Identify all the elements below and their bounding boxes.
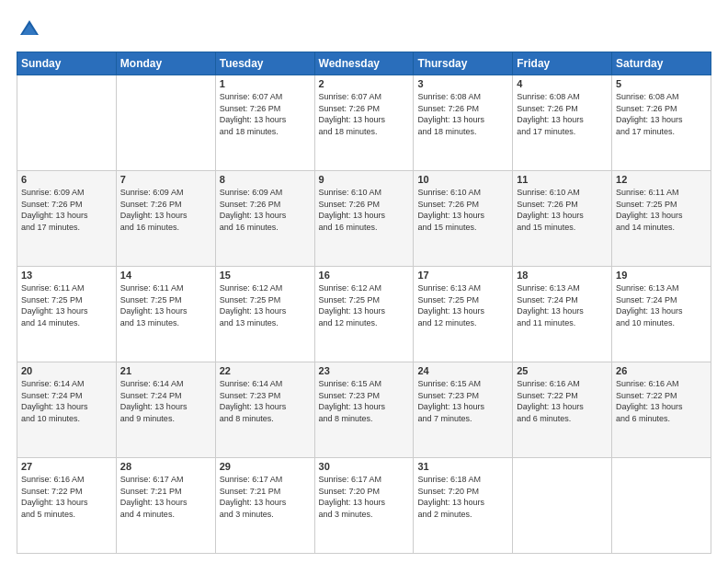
day-number: 28 bbox=[120, 461, 211, 472]
calendar-cell: 2Sunrise: 6:07 AM Sunset: 7:26 PM Daylig… bbox=[314, 75, 414, 171]
calendar-cell: 26Sunrise: 6:16 AM Sunset: 7:22 PM Dayli… bbox=[612, 362, 711, 458]
logo-icon bbox=[17, 17, 42, 42]
calendar-cell: 21Sunrise: 6:14 AM Sunset: 7:24 PM Dayli… bbox=[116, 362, 215, 458]
day-number: 6 bbox=[21, 174, 112, 185]
calendar-cell bbox=[513, 458, 612, 554]
day-info: Sunrise: 6:18 AM Sunset: 7:20 PM Dayligh… bbox=[417, 474, 508, 520]
day-info: Sunrise: 6:08 AM Sunset: 7:26 PM Dayligh… bbox=[417, 91, 508, 137]
day-number: 30 bbox=[319, 461, 410, 472]
day-info: Sunrise: 6:15 AM Sunset: 7:23 PM Dayligh… bbox=[417, 378, 508, 424]
day-number: 24 bbox=[417, 365, 508, 376]
calendar-cell: 3Sunrise: 6:08 AM Sunset: 7:26 PM Daylig… bbox=[414, 75, 513, 171]
calendar-cell: 24Sunrise: 6:15 AM Sunset: 7:23 PM Dayli… bbox=[414, 362, 513, 458]
weekday-header-friday: Friday bbox=[513, 52, 612, 75]
day-number: 12 bbox=[616, 174, 707, 185]
day-info: Sunrise: 6:16 AM Sunset: 7:22 PM Dayligh… bbox=[21, 474, 112, 520]
calendar-cell bbox=[612, 458, 711, 554]
calendar-cell bbox=[116, 75, 215, 171]
day-number: 18 bbox=[517, 270, 608, 281]
day-number: 8 bbox=[220, 174, 311, 185]
page: SundayMondayTuesdayWednesdayThursdayFrid… bbox=[0, 0, 728, 563]
day-number: 15 bbox=[220, 270, 311, 281]
day-info: Sunrise: 6:13 AM Sunset: 7:25 PM Dayligh… bbox=[417, 282, 508, 328]
day-info: Sunrise: 6:07 AM Sunset: 7:26 PM Dayligh… bbox=[319, 91, 410, 137]
calendar-cell: 16Sunrise: 6:12 AM Sunset: 7:25 PM Dayli… bbox=[314, 267, 414, 362]
day-number: 20 bbox=[21, 365, 112, 376]
calendar-cell: 12Sunrise: 6:11 AM Sunset: 7:25 PM Dayli… bbox=[612, 171, 711, 267]
day-info: Sunrise: 6:11 AM Sunset: 7:25 PM Dayligh… bbox=[120, 282, 211, 328]
day-info: Sunrise: 6:17 AM Sunset: 7:21 PM Dayligh… bbox=[220, 474, 311, 520]
calendar-cell: 6Sunrise: 6:09 AM Sunset: 7:26 PM Daylig… bbox=[17, 171, 117, 267]
day-number: 14 bbox=[120, 270, 211, 281]
day-info: Sunrise: 6:14 AM Sunset: 7:24 PM Dayligh… bbox=[120, 378, 211, 424]
day-number: 19 bbox=[616, 270, 707, 281]
calendar-cell bbox=[17, 75, 117, 171]
day-number: 10 bbox=[417, 174, 508, 185]
day-number: 7 bbox=[120, 174, 211, 185]
day-info: Sunrise: 6:17 AM Sunset: 7:21 PM Dayligh… bbox=[120, 474, 211, 520]
day-info: Sunrise: 6:10 AM Sunset: 7:26 PM Dayligh… bbox=[517, 187, 608, 233]
day-number: 1 bbox=[220, 78, 311, 89]
day-info: Sunrise: 6:08 AM Sunset: 7:26 PM Dayligh… bbox=[616, 91, 707, 137]
calendar-cell: 8Sunrise: 6:09 AM Sunset: 7:26 PM Daylig… bbox=[215, 171, 314, 267]
day-number: 3 bbox=[417, 78, 508, 89]
calendar-cell: 15Sunrise: 6:12 AM Sunset: 7:25 PM Dayli… bbox=[215, 267, 314, 362]
calendar-cell: 10Sunrise: 6:10 AM Sunset: 7:26 PM Dayli… bbox=[414, 171, 513, 267]
week-row-5: 27Sunrise: 6:16 AM Sunset: 7:22 PM Dayli… bbox=[17, 458, 711, 554]
weekday-header-monday: Monday bbox=[116, 52, 215, 75]
calendar-cell: 23Sunrise: 6:15 AM Sunset: 7:23 PM Dayli… bbox=[314, 362, 414, 458]
day-info: Sunrise: 6:16 AM Sunset: 7:22 PM Dayligh… bbox=[616, 378, 707, 424]
calendar-cell: 11Sunrise: 6:10 AM Sunset: 7:26 PM Dayli… bbox=[513, 171, 612, 267]
day-number: 16 bbox=[319, 270, 410, 281]
calendar-cell: 25Sunrise: 6:16 AM Sunset: 7:22 PM Dayli… bbox=[513, 362, 612, 458]
calendar-cell: 28Sunrise: 6:17 AM Sunset: 7:21 PM Dayli… bbox=[116, 458, 215, 554]
calendar-cell: 31Sunrise: 6:18 AM Sunset: 7:20 PM Dayli… bbox=[414, 458, 513, 554]
day-number: 11 bbox=[517, 174, 608, 185]
day-number: 29 bbox=[220, 461, 311, 472]
day-info: Sunrise: 6:13 AM Sunset: 7:24 PM Dayligh… bbox=[616, 282, 707, 328]
day-info: Sunrise: 6:09 AM Sunset: 7:26 PM Dayligh… bbox=[21, 187, 112, 233]
header bbox=[17, 17, 711, 42]
calendar-cell: 7Sunrise: 6:09 AM Sunset: 7:26 PM Daylig… bbox=[116, 171, 215, 267]
calendar-cell: 29Sunrise: 6:17 AM Sunset: 7:21 PM Dayli… bbox=[215, 458, 314, 554]
calendar-cell: 20Sunrise: 6:14 AM Sunset: 7:24 PM Dayli… bbox=[17, 362, 117, 458]
day-info: Sunrise: 6:14 AM Sunset: 7:24 PM Dayligh… bbox=[21, 378, 112, 424]
day-info: Sunrise: 6:10 AM Sunset: 7:26 PM Dayligh… bbox=[417, 187, 508, 233]
weekday-header-wednesday: Wednesday bbox=[314, 52, 414, 75]
day-number: 4 bbox=[517, 78, 608, 89]
day-number: 23 bbox=[319, 365, 410, 376]
day-info: Sunrise: 6:12 AM Sunset: 7:25 PM Dayligh… bbox=[220, 282, 311, 328]
day-number: 21 bbox=[120, 365, 211, 376]
week-row-3: 13Sunrise: 6:11 AM Sunset: 7:25 PM Dayli… bbox=[17, 267, 711, 362]
day-number: 27 bbox=[21, 461, 112, 472]
week-row-1: 1Sunrise: 6:07 AM Sunset: 7:26 PM Daylig… bbox=[17, 75, 711, 171]
day-number: 25 bbox=[517, 365, 608, 376]
day-number: 26 bbox=[616, 365, 707, 376]
day-info: Sunrise: 6:14 AM Sunset: 7:23 PM Dayligh… bbox=[220, 378, 311, 424]
calendar-cell: 5Sunrise: 6:08 AM Sunset: 7:26 PM Daylig… bbox=[612, 75, 711, 171]
day-number: 17 bbox=[417, 270, 508, 281]
calendar-cell: 17Sunrise: 6:13 AM Sunset: 7:25 PM Dayli… bbox=[414, 267, 513, 362]
calendar-table: SundayMondayTuesdayWednesdayThursdayFrid… bbox=[17, 52, 711, 554]
weekday-header-sunday: Sunday bbox=[17, 52, 117, 75]
calendar-cell: 1Sunrise: 6:07 AM Sunset: 7:26 PM Daylig… bbox=[215, 75, 314, 171]
day-info: Sunrise: 6:08 AM Sunset: 7:26 PM Dayligh… bbox=[517, 91, 608, 137]
calendar-cell: 18Sunrise: 6:13 AM Sunset: 7:24 PM Dayli… bbox=[513, 267, 612, 362]
weekday-header-tuesday: Tuesday bbox=[215, 52, 314, 75]
day-number: 22 bbox=[220, 365, 311, 376]
calendar-cell: 4Sunrise: 6:08 AM Sunset: 7:26 PM Daylig… bbox=[513, 75, 612, 171]
day-info: Sunrise: 6:16 AM Sunset: 7:22 PM Dayligh… bbox=[517, 378, 608, 424]
weekday-header-row: SundayMondayTuesdayWednesdayThursdayFrid… bbox=[17, 52, 711, 75]
day-info: Sunrise: 6:13 AM Sunset: 7:24 PM Dayligh… bbox=[517, 282, 608, 328]
day-number: 9 bbox=[319, 174, 410, 185]
day-number: 5 bbox=[616, 78, 707, 89]
week-row-4: 20Sunrise: 6:14 AM Sunset: 7:24 PM Dayli… bbox=[17, 362, 711, 458]
day-number: 2 bbox=[319, 78, 410, 89]
calendar-cell: 9Sunrise: 6:10 AM Sunset: 7:26 PM Daylig… bbox=[314, 171, 414, 267]
day-info: Sunrise: 6:12 AM Sunset: 7:25 PM Dayligh… bbox=[319, 282, 410, 328]
week-row-2: 6Sunrise: 6:09 AM Sunset: 7:26 PM Daylig… bbox=[17, 171, 711, 267]
calendar-cell: 30Sunrise: 6:17 AM Sunset: 7:20 PM Dayli… bbox=[314, 458, 414, 554]
day-number: 13 bbox=[21, 270, 112, 281]
calendar-cell: 14Sunrise: 6:11 AM Sunset: 7:25 PM Dayli… bbox=[116, 267, 215, 362]
weekday-header-thursday: Thursday bbox=[414, 52, 513, 75]
